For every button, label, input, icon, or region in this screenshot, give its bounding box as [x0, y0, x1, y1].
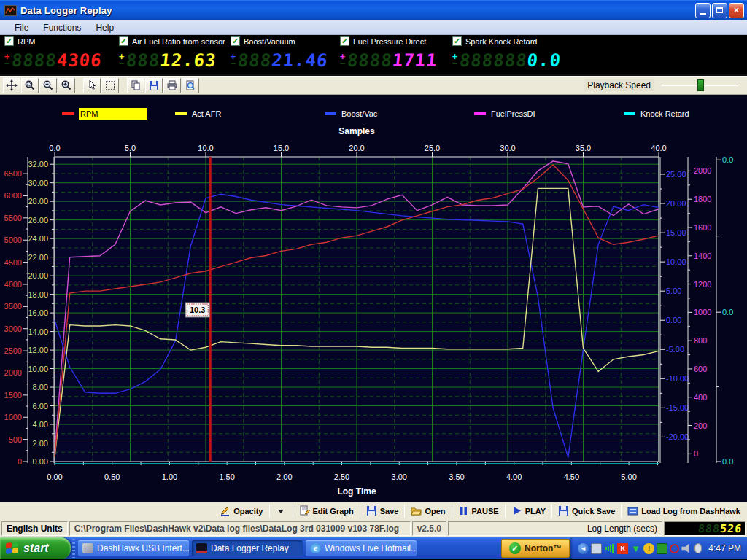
toolbar-buttons — [3, 78, 200, 93]
zoom-window-tool[interactable] — [21, 78, 39, 93]
lit-digits: 1711 — [392, 50, 439, 71]
mouse-device-icon[interactable] — [694, 543, 702, 553]
play-button[interactable]: PLAY — [506, 503, 551, 519]
menu-functions[interactable]: Functions — [36, 21, 88, 34]
open-folder-icon — [411, 505, 422, 516]
plus-minus-indicator: +− — [340, 54, 345, 67]
save-chart-button[interactable] — [145, 78, 163, 93]
save-button[interactable]: Save — [361, 503, 404, 519]
start-button[interactable]: start — [0, 537, 71, 559]
menu-file[interactable]: File — [7, 21, 36, 34]
sensor-checkbox-0[interactable]: ✓RPM — [4, 36, 35, 46]
security-shield-icon[interactable]: ! — [643, 543, 654, 554]
lit-digits: 21.46 — [271, 50, 329, 71]
logtime-tick-label: 3.50 — [449, 472, 464, 481]
sensor-checkbox-4[interactable]: ✓Spark Knock Retard — [452, 36, 537, 46]
hide-tray-icons-chevron[interactable]: ◂ — [578, 543, 589, 554]
quick-save-button[interactable]: Quick Save — [553, 503, 620, 519]
playback-speed-slider[interactable] — [661, 79, 738, 91]
checkbox-checked-icon[interactable]: ✓ — [4, 36, 14, 46]
minus-icon: − — [452, 61, 457, 67]
y-tick-label: 3500 — [4, 302, 22, 311]
edit-graph-button[interactable]: Edit Graph — [294, 503, 359, 519]
legend-item-fuelpressdi[interactable]: FuelPressDI — [474, 107, 535, 120]
print-chart-button[interactable] — [163, 78, 181, 93]
menu-help[interactable]: Help — [88, 21, 121, 34]
sensor-label: RPM — [18, 37, 35, 46]
network-adapter-icon[interactable] — [657, 543, 667, 554]
traffic-filter-icon[interactable]: ▼ — [630, 543, 641, 554]
toolbar-separator — [505, 505, 506, 518]
seven-segment-value: 88812.63 — [125, 50, 218, 71]
zoom-in-tool[interactable] — [58, 78, 75, 93]
logtime-tick-label: 2.00 — [276, 472, 292, 481]
legend-item-act-afr[interactable]: Act AFR — [175, 107, 221, 120]
maximize-button[interactable] — [712, 3, 727, 18]
minimize-button[interactable] — [695, 3, 711, 18]
norton-tray-badge[interactable]: ✓ Norton™ — [501, 539, 570, 558]
y-tick-label: 1400 — [694, 252, 711, 260]
sensor-checkbox-2[interactable]: ✓Boost/Vacuum — [231, 36, 295, 46]
legend-swatch — [474, 112, 486, 115]
volume-icon[interactable] — [681, 543, 692, 554]
seven-segment-value: 88821.46 — [237, 50, 330, 71]
y-tick-label: 0.0 — [722, 308, 733, 316]
red-ring-app-icon[interactable] — [670, 544, 679, 553]
ghost-digits: 8888 — [11, 50, 58, 71]
red-k-app-icon[interactable]: K — [617, 543, 628, 554]
save-chart-icon — [148, 79, 160, 91]
checkbox-checked-icon[interactable]: ✓ — [231, 36, 240, 46]
sensor-checkbox-1[interactable]: ✓Air Fuel Ratio from sensor — [119, 36, 225, 46]
y-tick-label: 12.00 — [28, 346, 48, 354]
legend-item-boost-vac[interactable]: Boost/Vac — [325, 107, 377, 120]
checkbox-checked-icon[interactable]: ✓ — [119, 36, 128, 46]
button-label: PLAY — [525, 507, 546, 516]
opacity-button[interactable]: Opacity — [214, 503, 268, 519]
chart-panel: Samples0.05.010.015.020.025.030.035.040.… — [0, 95, 747, 502]
zoom-out-tool[interactable] — [39, 78, 57, 93]
y-tick-label: 15.00 — [666, 228, 686, 237]
load-log-button[interactable]: Load Log from DashHawk — [622, 503, 746, 519]
playback-speed-control: Playback Speed — [584, 79, 744, 91]
y-tick-label: 4500 — [4, 258, 22, 267]
signal-strength-icon[interactable] — [604, 543, 615, 554]
title-bar[interactable]: Data Logger Replay × — [0, 0, 747, 20]
select-region-tool[interactable] — [101, 78, 119, 93]
logtime-tick-label: 0.50 — [104, 472, 120, 481]
windows-flag-icon — [6, 542, 19, 555]
legend-item-rpm[interactable]: RPM — [62, 107, 147, 120]
checkbox-checked-icon[interactable]: ✓ — [340, 36, 349, 46]
task-button-data-logger-replay[interactable]: Data Logger Replay — [192, 540, 303, 556]
logtime-tick-label: 4.50 — [564, 472, 579, 481]
pause-button[interactable]: PAUSE — [453, 503, 504, 519]
samples-tick-label: 20.0 — [349, 144, 364, 152]
checkbox-checked-icon[interactable]: ✓ — [452, 36, 462, 46]
plus-minus-indicator: +− — [231, 54, 236, 67]
data-logger-chart[interactable]: Samples0.05.010.015.020.025.030.035.040.… — [0, 95, 747, 502]
button-label: Edit Graph — [313, 507, 354, 516]
task-button-dashhawk-usb-interf-[interactable]: DashHawk USB Interf... — [78, 540, 189, 556]
y-tick-label: 200 — [694, 421, 707, 430]
sensor-display-4: +−8888880.0 — [452, 50, 561, 71]
task-buttons: DashHawk USB Interf...Data Logger Replay… — [77, 540, 418, 556]
copy-chart-button[interactable] — [127, 78, 144, 93]
y-tick-label: 5000 — [4, 236, 22, 244]
ghost-digits: 888 — [125, 50, 161, 71]
opacity-dropdown-button[interactable] — [271, 503, 292, 519]
legend-label: RPM — [79, 108, 147, 120]
sensor-checkbox-3[interactable]: ✓Fuel Pressure Direct — [340, 36, 426, 46]
cursor-tool[interactable] — [83, 78, 101, 93]
toolbar-gap — [120, 78, 127, 93]
task-button-windows-live-hotmail-[interactable]: eWindows Live Hotmail... — [306, 540, 417, 556]
slider-thumb[interactable] — [697, 79, 704, 91]
print-preview-button[interactable] — [182, 78, 199, 93]
open-button[interactable]: Open — [406, 503, 450, 519]
y-tick-label: 0.00 — [33, 457, 48, 466]
close-button[interactable]: × — [729, 3, 744, 18]
pan-tool[interactable] — [3, 78, 20, 93]
legend-item-knock-retard[interactable]: Knock Retard — [624, 107, 689, 120]
edit-graph-icon — [299, 505, 310, 516]
sensor-label: Spark Knock Retard — [465, 37, 537, 46]
display-network-icon[interactable] — [591, 543, 602, 554]
log-length-value: 526 — [719, 522, 743, 535]
